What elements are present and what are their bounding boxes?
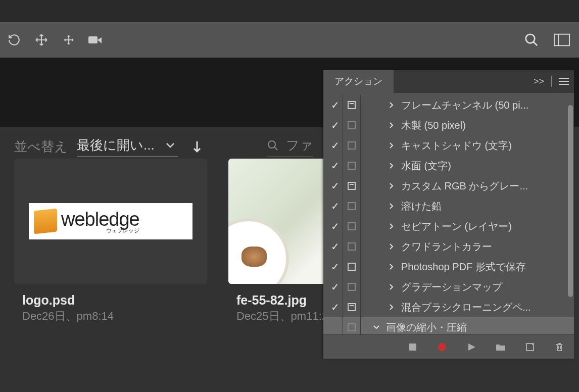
pan-icon[interactable]: [61, 32, 77, 48]
action-row[interactable]: ✓フレームチャンネル (50 pi...: [323, 95, 574, 115]
action-dialog-toggle[interactable]: [343, 236, 361, 257]
action-check[interactable]: ✓: [327, 139, 343, 152]
action-row[interactable]: ✓クワドラントカラー: [323, 236, 574, 257]
svg-rect-10: [348, 304, 355, 311]
svg-rect-0: [88, 36, 98, 43]
panel-tab-bar: アクション >>: [323, 70, 574, 93]
search-filter[interactable]: ファ: [267, 136, 313, 157]
action-check[interactable]: ✓: [327, 240, 343, 253]
action-row[interactable]: ✓グラデーションマップ: [323, 277, 574, 297]
action-label: クワドラントカラー: [399, 240, 574, 254]
folder-button[interactable]: [495, 341, 506, 353]
new-action-button[interactable]: [524, 341, 536, 353]
svg-rect-7: [348, 182, 355, 189]
trash-button[interactable]: [554, 341, 565, 353]
action-row[interactable]: ✓混合ブラシクローニングペ...: [323, 297, 574, 317]
action-row[interactable]: ✓Photoshop PDF 形式で保存: [323, 257, 574, 277]
chevron-down-icon[interactable]: [369, 325, 384, 330]
thumb-date: Dec26日、pm8:14: [22, 309, 207, 324]
move-icon[interactable]: [33, 32, 50, 48]
chevron-right-icon[interactable]: [384, 304, 399, 311]
chevron-right-icon[interactable]: [384, 243, 399, 250]
action-dialog-toggle[interactable]: [343, 277, 361, 297]
action-label: 水面 (文字): [399, 159, 574, 173]
action-dialog-toggle[interactable]: [343, 95, 361, 115]
panel-footer: [323, 334, 574, 359]
action-dialog-toggle[interactable]: [343, 115, 361, 135]
thumb-item[interactable]: webledge ウェブレッジ logo.psd Dec26日、pm8:14: [14, 159, 207, 324]
action-dialog-toggle[interactable]: [343, 135, 361, 156]
svg-rect-2: [554, 34, 569, 46]
chevron-right-icon[interactable]: [384, 263, 399, 270]
action-dialog-toggle[interactable]: [343, 317, 361, 334]
search-icon[interactable]: [523, 32, 540, 48]
divider: [551, 76, 552, 87]
action-label: 木製 (50 pixel): [399, 119, 574, 132]
action-label: Photoshop PDF 形式で保存: [399, 260, 574, 274]
action-row[interactable]: ✓キャストシャドウ (文字): [323, 135, 574, 156]
chevron-right-icon[interactable]: [384, 122, 399, 129]
panel-menu-icon[interactable]: [559, 77, 569, 85]
svg-point-1: [526, 34, 535, 43]
action-check[interactable]: ✓: [327, 180, 343, 192]
play-button[interactable]: [466, 341, 477, 353]
actions-panel: アクション >> ✓フレームチャンネル (50 pi...✓木製 (50 pix…: [323, 70, 574, 359]
action-dialog-toggle[interactable]: [343, 196, 361, 216]
chevron-right-icon[interactable]: [384, 142, 399, 149]
scrollbar[interactable]: [568, 105, 573, 297]
action-check[interactable]: ✓: [327, 301, 343, 313]
action-check[interactable]: ✓: [327, 160, 343, 172]
chevron-right-icon[interactable]: [384, 223, 399, 230]
video-icon[interactable]: [88, 32, 104, 48]
svg-rect-9: [348, 263, 355, 270]
chevron-right-icon[interactable]: [384, 283, 399, 290]
panel-toggle-icon[interactable]: [554, 32, 570, 48]
action-check[interactable]: ✓: [327, 200, 343, 212]
stop-button[interactable]: [407, 341, 418, 353]
action-label: 溶けた鉛: [399, 200, 574, 213]
tab-actions[interactable]: アクション: [323, 70, 394, 93]
action-check[interactable]: ✓: [327, 281, 343, 293]
action-row[interactable]: ✓カスタム RGB からグレー...: [323, 176, 574, 196]
action-label: 混合ブラシクローニングペ...: [399, 301, 574, 314]
rotate-icon[interactable]: [6, 32, 22, 48]
thumb-preview: webledge ウェブレッジ: [14, 159, 207, 284]
logo-sub-text: ウェブレッジ: [106, 228, 139, 233]
svg-point-4: [268, 141, 275, 148]
chevron-right-icon[interactable]: [384, 102, 399, 109]
action-label: グラデーションマップ: [399, 280, 574, 294]
action-row[interactable]: ✓水面 (文字): [323, 156, 574, 176]
action-check[interactable]: ✓: [327, 261, 343, 273]
action-dialog-toggle[interactable]: [343, 156, 361, 176]
panel-collapse-icon[interactable]: >>: [534, 76, 544, 87]
chevron-right-icon[interactable]: [384, 162, 399, 169]
action-row[interactable]: ✓木製 (50 pixel): [323, 115, 574, 135]
action-label: 画像の縮小・圧縮: [384, 321, 574, 334]
chevron-down-icon: [166, 142, 175, 149]
action-dialog-toggle[interactable]: [343, 176, 361, 196]
action-dialog-toggle[interactable]: [343, 257, 361, 277]
chevron-right-icon[interactable]: [384, 182, 399, 189]
tool-bar: [0, 22, 579, 58]
record-button[interactable]: [437, 341, 448, 353]
action-label: カスタム RGB からグレー...: [399, 179, 574, 193]
sort-label: 並べ替え: [14, 138, 68, 156]
search-placeholder: ファ: [286, 136, 313, 154]
action-label: キャストシャドウ (文字): [399, 139, 574, 153]
action-check[interactable]: ✓: [327, 99, 343, 111]
action-row[interactable]: 画像の縮小・圧縮: [323, 317, 574, 334]
thumb-filename: logo.psd: [22, 293, 207, 308]
action-row[interactable]: ✓セピアトーン (レイヤー): [323, 216, 574, 236]
action-list: ✓フレームチャンネル (50 pi...✓木製 (50 pixel)✓キャストシ…: [323, 93, 574, 334]
action-check[interactable]: ✓: [327, 220, 343, 232]
action-row[interactable]: ✓溶けた鉛: [323, 196, 574, 216]
logo-icon: [34, 209, 57, 234]
chevron-right-icon[interactable]: [384, 203, 399, 210]
logo-main-text: webledge: [61, 210, 139, 229]
sort-select[interactable]: 最後に開い...: [77, 136, 178, 157]
svg-rect-5: [348, 102, 355, 109]
action-dialog-toggle[interactable]: [343, 216, 361, 236]
sort-direction-icon[interactable]: [192, 140, 202, 154]
action-dialog-toggle[interactable]: [343, 297, 361, 317]
action-check[interactable]: ✓: [327, 119, 343, 131]
